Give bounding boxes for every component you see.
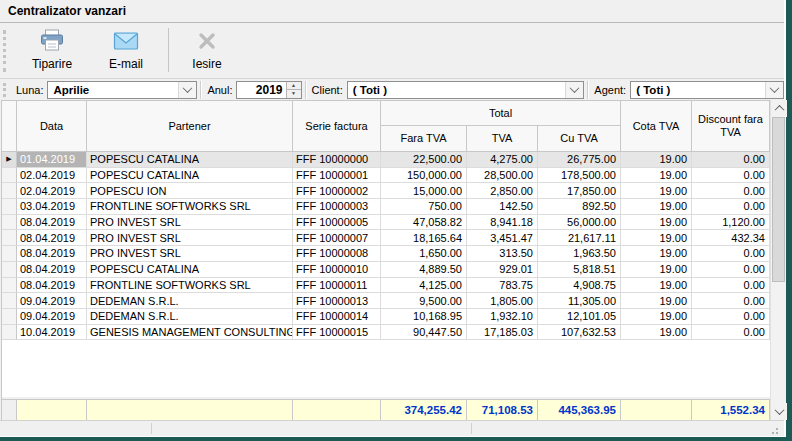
cell-cu-tva[interactable]: 21,617.11 (538, 230, 621, 246)
row-selector[interactable] (2, 246, 17, 262)
cell-tva[interactable]: 313.50 (467, 246, 538, 262)
cell-data[interactable]: 03.04.2019 (17, 199, 87, 215)
table-row[interactable]: 08.04.2019PRO INVEST SRLFFF 100000081,65… (2, 246, 770, 262)
cell-tva[interactable]: 8,941.18 (467, 215, 538, 231)
header-serie-factura[interactable]: Serie factura (293, 101, 381, 152)
agent-combobox[interactable]: ( Toti ) (630, 81, 784, 99)
table-row[interactable]: 03.04.2019FRONTLINE SOFTWORKS SRLFFF 100… (2, 199, 770, 215)
cell-data[interactable]: 09.04.2019 (17, 309, 87, 325)
cell-fara-tva[interactable]: 90,447.50 (381, 325, 467, 341)
cell-tva[interactable]: 17,185.03 (467, 325, 538, 341)
cell-data[interactable]: 02.04.2019 (17, 183, 87, 199)
cell-tva[interactable]: 28,500.00 (467, 168, 538, 184)
table-row[interactable]: 08.04.2019PRO INVEST SRLFFF 1000000547,0… (2, 215, 770, 231)
cell-partener[interactable]: POPESCU CATALINA (87, 262, 293, 278)
current-row-marker[interactable]: ▶ (2, 152, 17, 168)
cell-fara-tva[interactable]: 15,000.00 (381, 183, 467, 199)
cell-cu-tva[interactable]: 11,305.00 (538, 293, 621, 309)
cell-data[interactable]: 08.04.2019 (17, 278, 87, 294)
cell-serie[interactable]: FFF 10000001 (293, 168, 381, 184)
exit-button[interactable]: Iesire (176, 27, 238, 75)
table-row[interactable]: ▶01.04.2019POPESCU CATALINAFFF 100000002… (2, 152, 770, 168)
cell-cu-tva[interactable]: 178,500.00 (538, 168, 621, 184)
table-row[interactable]: 09.04.2019DEDEMAN S.R.L.FFF 100000139,50… (2, 293, 770, 309)
cell-cu-tva[interactable]: 17,850.00 (538, 183, 621, 199)
cell-discount[interactable]: 0.00 (692, 246, 770, 262)
cell-cota-tva[interactable]: 19.00 (621, 215, 692, 231)
header-cu-tva[interactable]: Cu TVA (538, 126, 621, 152)
cell-cota-tva[interactable]: 19.00 (621, 168, 692, 184)
cell-tva[interactable]: 1,805.00 (467, 293, 538, 309)
cell-data[interactable]: 10.04.2019 (17, 325, 87, 341)
table-row[interactable]: 10.04.2019GENESIS MANAGEMENT CONSULTINGF… (2, 325, 770, 341)
print-button[interactable]: Tiparire (14, 27, 90, 75)
cell-cota-tva[interactable]: 19.00 (621, 293, 692, 309)
row-selector[interactable] (2, 309, 17, 325)
cell-cota-tva[interactable]: 19.00 (621, 262, 692, 278)
cell-tva[interactable]: 4,275.00 (467, 152, 538, 168)
cell-tva[interactable]: 1,932.10 (467, 309, 538, 325)
cell-partener[interactable]: FRONTLINE SOFTWORKS SRL (87, 199, 293, 215)
cell-cota-tva[interactable]: 19.00 (621, 152, 692, 168)
cell-serie[interactable]: FFF 10000003 (293, 199, 381, 215)
cell-data[interactable]: 08.04.2019 (17, 246, 87, 262)
scroll-down-button[interactable] (771, 403, 787, 420)
cell-partener[interactable]: GENESIS MANAGEMENT CONSULTING (87, 325, 293, 341)
cell-cu-tva[interactable]: 892.50 (538, 199, 621, 215)
table-row[interactable]: 08.04.2019FRONTLINE SOFTWORKS SRLFFF 100… (2, 278, 770, 294)
cell-cu-tva[interactable]: 4,908.75 (538, 278, 621, 294)
cell-fara-tva[interactable]: 750.00 (381, 199, 467, 215)
cell-data[interactable]: 01.04.2019 (17, 152, 87, 168)
table-row[interactable]: 02.04.2019POPESCU CATALINAFFF 1000000115… (2, 168, 770, 184)
cell-data[interactable]: 09.04.2019 (17, 293, 87, 309)
filterbar-grip[interactable] (3, 83, 9, 97)
cell-discount[interactable]: 0.00 (692, 325, 770, 341)
cell-fara-tva[interactable]: 22,500.00 (381, 152, 467, 168)
header-total-group[interactable]: Total (381, 101, 621, 126)
cell-tva[interactable]: 929.01 (467, 262, 538, 278)
cell-cota-tva[interactable]: 19.00 (621, 325, 692, 341)
cell-cota-tva[interactable]: 19.00 (621, 199, 692, 215)
cell-fara-tva[interactable]: 4,889.50 (381, 262, 467, 278)
row-selector[interactable] (2, 215, 17, 231)
cell-cota-tva[interactable]: 19.00 (621, 278, 692, 294)
cell-serie[interactable]: FFF 10000008 (293, 246, 381, 262)
cell-partener[interactable]: FRONTLINE SOFTWORKS SRL (87, 278, 293, 294)
cell-fara-tva[interactable]: 4,125.00 (381, 278, 467, 294)
row-selector[interactable] (2, 325, 17, 341)
cell-fara-tva[interactable]: 9,500.00 (381, 293, 467, 309)
cell-fara-tva[interactable]: 47,058.82 (381, 215, 467, 231)
cell-serie[interactable]: FFF 10000011 (293, 278, 381, 294)
cell-partener[interactable]: DEDEMAN S.R.L. (87, 309, 293, 325)
client-dropdown-button[interactable] (565, 82, 583, 98)
client-combobox[interactable]: ( Toti ) (347, 81, 585, 99)
cell-serie[interactable]: FFF 10000013 (293, 293, 381, 309)
anul-spin-buttons[interactable]: ▲ ▼ (286, 82, 301, 98)
row-selector[interactable] (2, 293, 17, 309)
cell-partener[interactable]: POPESCU CATALINA (87, 168, 293, 184)
cell-data[interactable]: 08.04.2019 (17, 230, 87, 246)
cell-serie[interactable]: FFF 10000002 (293, 183, 381, 199)
cell-cu-tva[interactable]: 1,963.50 (538, 246, 621, 262)
header-partener[interactable]: Partener (87, 101, 293, 152)
cell-cota-tva[interactable]: 19.00 (621, 309, 692, 325)
cell-partener[interactable]: PRO INVEST SRL (87, 230, 293, 246)
header-data[interactable]: Data (17, 101, 87, 152)
cell-data[interactable]: 08.04.2019 (17, 215, 87, 231)
row-selector[interactable] (2, 168, 17, 184)
row-selector[interactable] (2, 199, 17, 215)
cell-serie[interactable]: FFF 10000007 (293, 230, 381, 246)
cell-partener[interactable]: DEDEMAN S.R.L. (87, 293, 293, 309)
scrollbar-thumb[interactable] (772, 117, 785, 282)
cell-cu-tva[interactable]: 107,632.53 (538, 325, 621, 341)
cell-discount[interactable]: 0.00 (692, 199, 770, 215)
cell-serie[interactable]: FFF 10000000 (293, 152, 381, 168)
cell-serie[interactable]: FFF 10000014 (293, 309, 381, 325)
header-discount[interactable]: Discount fara TVA (692, 101, 770, 152)
cell-discount[interactable]: 0.00 (692, 183, 770, 199)
header-cota-tva[interactable]: Cota TVA (621, 101, 692, 152)
cell-discount[interactable]: 0.00 (692, 152, 770, 168)
cell-cu-tva[interactable]: 5,818.51 (538, 262, 621, 278)
cell-cu-tva[interactable]: 12,101.05 (538, 309, 621, 325)
cell-cota-tva[interactable]: 19.00 (621, 183, 692, 199)
